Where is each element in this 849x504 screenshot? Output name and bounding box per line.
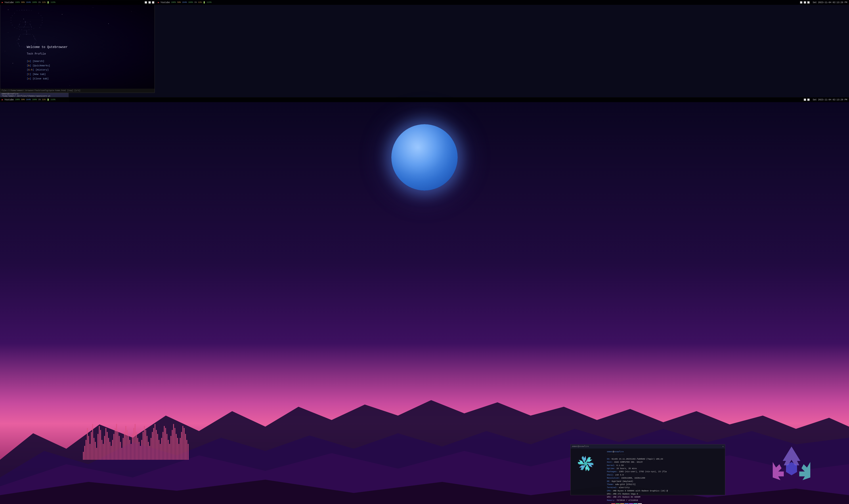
viz-bar bbox=[106, 428, 106, 460]
datetime-bottom: Sat 2023-11-04 02:13:20 PM bbox=[813, 98, 847, 101]
viz-bar bbox=[115, 428, 115, 460]
viz-bar bbox=[180, 438, 181, 460]
viz-bar bbox=[107, 432, 108, 460]
viz-bar bbox=[175, 428, 175, 460]
viz-bar bbox=[102, 440, 102, 460]
viz-bar bbox=[100, 430, 101, 460]
taskbar-top-left: ▶ Youtube 100% 99% 104% 100% 1% 11% 🔋 11… bbox=[0, 0, 156, 5]
qute-url: file:///home/emmet/.browser/Tech/config/… bbox=[2, 90, 80, 92]
viz-bar bbox=[125, 426, 126, 460]
qute-menu-quickmarks[interactable]: [b] [Quickmarks] bbox=[27, 64, 68, 68]
viz-bar bbox=[156, 430, 157, 460]
viz-bar bbox=[137, 438, 138, 460]
mem-stat: 99% bbox=[21, 1, 25, 3]
viz-bar bbox=[132, 434, 133, 460]
viz-bar bbox=[160, 444, 161, 460]
viz-bar bbox=[119, 436, 120, 460]
viz-bar bbox=[163, 432, 163, 460]
viz-bar bbox=[83, 452, 84, 460]
viz-bar bbox=[170, 436, 171, 460]
taskbar-youtube-label[interactable]: Youtube bbox=[4, 1, 14, 4]
svg-marker-39 bbox=[773, 462, 784, 480]
viz-bar bbox=[166, 434, 167, 460]
viz-bar bbox=[134, 424, 136, 460]
viz-bar bbox=[143, 432, 144, 460]
taskbar-right-left-section: ▶ Youtube 100% 59% 104% 100% 1% 11% 🔋 11… bbox=[156, 1, 213, 4]
nixos-logo bbox=[573, 450, 603, 493]
viz-bar bbox=[111, 446, 112, 460]
viz-bar bbox=[136, 432, 137, 460]
viz-bar bbox=[124, 432, 125, 460]
viz-bar bbox=[165, 428, 166, 460]
viz-bar bbox=[149, 446, 150, 460]
qute-statusbar: file:///home/emmet/.browser/Tech/config/… bbox=[0, 89, 155, 93]
qute-menu-search[interactable]: [o] [Search] bbox=[27, 59, 68, 64]
window-icons: ⬜ ⬜ ⬜ bbox=[145, 1, 154, 4]
viz-bar bbox=[181, 432, 182, 460]
theme-header-text: emmet@snowfire: /home/emmet/.dotfiles/th… bbox=[2, 93, 67, 97]
audio-visualizer bbox=[83, 416, 158, 460]
stat1: 1% bbox=[38, 1, 41, 3]
theme-window-header: emmet@snowfire: /home/emmet/.dotfiles/th… bbox=[0, 93, 68, 97]
viz-bar bbox=[93, 438, 94, 460]
viz-bar bbox=[164, 426, 165, 460]
viz-bar bbox=[186, 440, 187, 460]
youtube-icon: ▶ bbox=[2, 1, 3, 4]
viz-bar bbox=[109, 442, 110, 460]
viz-bar bbox=[178, 444, 179, 460]
viz-bar bbox=[97, 434, 98, 460]
viz-bar bbox=[159, 440, 159, 460]
taskbar-right-icons: ⬜ ⬜ ⬜ bbox=[143, 1, 156, 4]
viz-bar bbox=[104, 436, 105, 460]
viz-bar bbox=[128, 436, 129, 460]
viz-bar bbox=[84, 446, 85, 460]
bat-stat: 11% bbox=[42, 1, 46, 3]
cpu-stat: 100% bbox=[15, 1, 20, 3]
viz-bar bbox=[147, 436, 147, 460]
taskbar-bottom-right: ⬜ ⬜ Sat 2023-11-04 02:13:20 PM bbox=[802, 98, 849, 101]
taskbar-youtube-bottom[interactable]: Youtube bbox=[4, 98, 14, 101]
viz-bar bbox=[127, 430, 128, 460]
qute-menu-newtab[interactable]: [t] [New tab] bbox=[27, 72, 68, 77]
viz-bar bbox=[188, 444, 188, 460]
viz-bar bbox=[88, 436, 89, 460]
viz-bar bbox=[176, 434, 177, 460]
viz-bar bbox=[113, 434, 114, 460]
qute-menu-history[interactable]: [S-h] [History] bbox=[27, 68, 68, 72]
bat-icon: 🔋 bbox=[47, 1, 49, 4]
viz-bar bbox=[177, 438, 178, 460]
viz-bar bbox=[90, 444, 90, 460]
viz-bar bbox=[139, 442, 140, 460]
viz-bar bbox=[95, 442, 96, 460]
viz-bar bbox=[120, 442, 121, 460]
taskbar-bottom: ▶ Youtube 100% 59% 104% 100% 1% 11% 🔋 11… bbox=[0, 97, 849, 102]
viz-bar bbox=[173, 424, 174, 460]
taskbar-left-section: ▶ Youtube 100% 99% 104% 100% 1% 11% 🔋 11… bbox=[0, 1, 57, 4]
bat-percent: 115% bbox=[51, 1, 55, 3]
visualizer-bars bbox=[83, 416, 158, 460]
viz-bar bbox=[116, 424, 117, 460]
viz-bar bbox=[185, 434, 186, 460]
viz-bar bbox=[96, 448, 97, 460]
taskbar-youtube-label-right[interactable]: Youtube bbox=[161, 1, 170, 4]
viz-bar bbox=[87, 428, 88, 460]
viz-bar bbox=[108, 438, 109, 460]
qutebrowser-window: . - ~ ~ ~ - . , , , , , , , , , ` - D - … bbox=[0, 0, 155, 93]
taskbar-top-right: ▶ Youtube 100% 59% 104% 100% 1% 11% 🔋 11… bbox=[156, 0, 849, 5]
viz-bar bbox=[112, 440, 113, 460]
viz-bar bbox=[157, 434, 158, 460]
cpu2-stat: 104% bbox=[26, 1, 31, 3]
viz-bar bbox=[131, 444, 131, 460]
neofetch-info: emmet@snowfire --------------- OS: NixOS… bbox=[607, 450, 723, 493]
neofetch-window-title: emmet@snowfire bbox=[572, 446, 589, 448]
nixos-large-logo bbox=[761, 442, 823, 497]
viz-bar bbox=[150, 438, 151, 460]
viz-bar bbox=[161, 438, 162, 460]
taskbar-bottom-left: ▶ Youtube 100% 59% 104% 100% 1% 11% 🔋 11… bbox=[0, 98, 57, 101]
cpu3-stat: 100% bbox=[32, 1, 37, 3]
viz-bar bbox=[153, 428, 154, 460]
qute-subtitle: Tech Profile bbox=[27, 52, 68, 57]
viz-bar bbox=[129, 440, 130, 460]
viz-bar bbox=[133, 428, 134, 460]
qute-menu-closetab[interactable]: [x] [Close tab] bbox=[27, 77, 68, 81]
